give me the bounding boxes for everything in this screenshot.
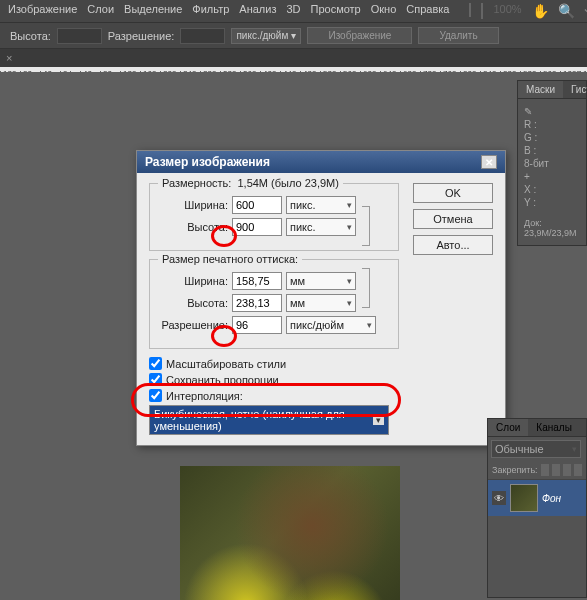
print-height-unit-dropdown[interactable]: мм — [286, 294, 356, 312]
print-height-input[interactable] — [232, 294, 282, 312]
layer-name: Фон — [542, 493, 561, 504]
cancel-button[interactable]: Отмена — [413, 209, 493, 229]
crosshair-icon: + — [524, 171, 530, 182]
interpolation-dropdown[interactable]: Бикубическая, четче (наилучшая для умень… — [149, 405, 389, 435]
height-unit-dropdown[interactable]: пикс. — [286, 218, 356, 236]
ok-button[interactable]: OK — [413, 183, 493, 203]
lock-all-icon[interactable] — [574, 464, 582, 476]
auto-button[interactable]: Авто... — [413, 235, 493, 255]
rotate-icon[interactable]: ⟲ — [584, 3, 587, 19]
blend-mode-dropdown[interactable]: Обычные — [491, 440, 581, 458]
resolution-label2: Разрешение: — [160, 319, 228, 331]
info-g: G : — [524, 131, 580, 144]
menu-view[interactable]: Просмотр — [311, 3, 361, 19]
info-y: Y : — [524, 196, 580, 209]
visibility-eye-icon[interactable]: 👁 — [492, 491, 506, 505]
workspace-icon[interactable] — [469, 3, 471, 17]
image-size-dialog: Размер изображения ✕ OK Отмена Авто... Р… — [136, 150, 506, 446]
interpolation-label: Интерполяция: — [166, 390, 243, 402]
dialog-titlebar[interactable]: Размер изображения ✕ — [137, 151, 505, 173]
lock-position-icon[interactable] — [563, 464, 571, 476]
info-x: X : — [524, 183, 580, 196]
zoom-icon[interactable]: 🔍 — [558, 3, 574, 19]
lock-label: Закрепить: — [492, 465, 538, 475]
eyedropper-icon: ✎ — [524, 106, 532, 117]
histogram-tab[interactable]: Гистограм — [563, 81, 587, 98]
constrain-label: Сохранить пропорции — [166, 374, 279, 386]
print-size-legend: Размер печатного оттиска: — [158, 253, 302, 265]
menu-help[interactable]: Справка — [406, 3, 449, 19]
menu-window[interactable]: Окно — [371, 3, 397, 19]
lock-pixels-icon[interactable] — [552, 464, 560, 476]
menu-analysis[interactable]: Анализ — [239, 3, 276, 19]
menu-filter[interactable]: Фильтр — [192, 3, 229, 19]
info-b: B : — [524, 144, 580, 157]
height-input[interactable] — [232, 218, 282, 236]
link-constrain-icon-2[interactable] — [362, 268, 370, 308]
menu-layers[interactable]: Слои — [87, 3, 114, 19]
height-label: Высота: — [10, 30, 51, 42]
layer-row-background[interactable]: 👁 Фон — [488, 480, 586, 516]
masks-tab[interactable]: Маски — [518, 81, 563, 98]
opt-height-input[interactable] — [57, 28, 102, 44]
lock-transparency-icon[interactable] — [541, 464, 549, 476]
scale-styles-label: Масштабировать стили — [166, 358, 286, 370]
constrain-checkbox[interactable] — [149, 373, 162, 386]
dimensions-legend: Размерность: 1,54M (было 23,9M) — [158, 177, 343, 189]
image-preview — [180, 466, 400, 600]
print-width-label: Ширина: — [160, 275, 228, 287]
info-doc: Док: 23,9M/23,9M — [524, 217, 580, 239]
dialog-close-button[interactable]: ✕ — [481, 155, 497, 169]
info-r: R : — [524, 118, 580, 131]
menu-3d[interactable]: 3D — [286, 3, 300, 19]
resolution-input[interactable] — [232, 316, 282, 334]
print-height-label: Высота: — [160, 297, 228, 309]
width-input[interactable] — [232, 196, 282, 214]
layer-thumbnail[interactable] — [510, 484, 538, 512]
menu-select[interactable]: Выделение — [124, 3, 182, 19]
document-close-x[interactable]: × — [6, 52, 12, 64]
print-width-unit-dropdown[interactable]: мм — [286, 272, 356, 290]
arrange-dropdown[interactable] — [481, 3, 483, 19]
hand-icon[interactable]: ✋ — [532, 3, 548, 19]
interpolation-checkbox[interactable] — [149, 389, 162, 402]
opt-image-button[interactable]: Изображение — [307, 27, 412, 44]
width-unit-dropdown[interactable]: пикс. — [286, 196, 356, 214]
main-menubar: Изображение Слои Выделение Фильтр Анализ… — [0, 0, 587, 23]
scale-styles-checkbox[interactable] — [149, 357, 162, 370]
opt-unit-dropdown[interactable]: пикс./дюйм▾ — [231, 28, 301, 44]
height-label: Высота: — [160, 221, 228, 233]
width-label: Ширина: — [160, 199, 228, 211]
dialog-title-text: Размер изображения — [145, 155, 270, 169]
layers-tab[interactable]: Слои — [488, 419, 528, 436]
info-bit: 8-бит — [524, 157, 580, 170]
link-constrain-icon[interactable] — [362, 206, 370, 246]
options-bar: Высота: Разрешение: пикс./дюйм▾ Изображе… — [0, 23, 587, 49]
menu-image[interactable]: Изображение — [8, 3, 77, 19]
document-tab-strip: × — [0, 49, 587, 67]
resolution-unit-dropdown[interactable]: пикс/дюйм — [286, 316, 376, 334]
resolution-label: Разрешение: — [108, 30, 175, 42]
opt-resolution-input[interactable] — [180, 28, 225, 44]
print-width-input[interactable] — [232, 272, 282, 290]
channels-tab[interactable]: Каналы — [528, 419, 580, 436]
paths-tab[interactable]: Контур — [580, 419, 587, 436]
zoom-percent: 100% — [493, 3, 521, 19]
opt-delete-button[interactable]: Удалить — [418, 27, 498, 44]
